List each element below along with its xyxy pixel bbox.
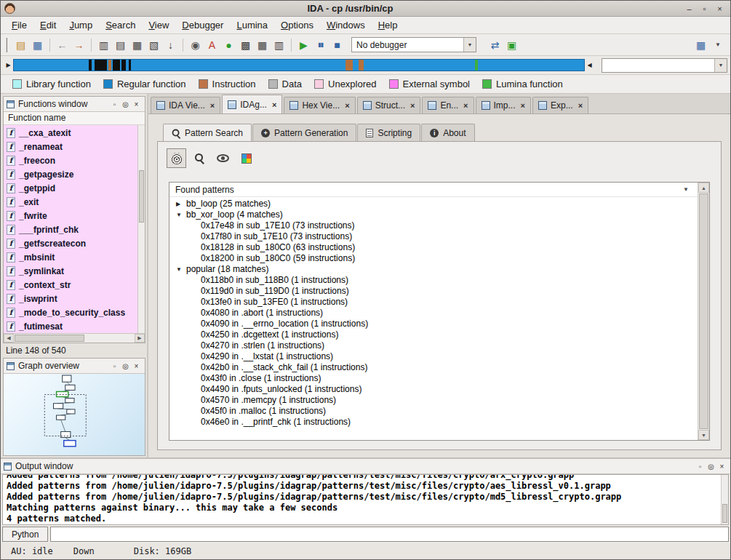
tab-ida-vie[interactable]: IDA Vie...×	[151, 97, 220, 113]
function-list-hscrollbar[interactable]: ◀ ▶	[4, 333, 145, 343]
desktop-layout-icon[interactable]: ▦	[692, 37, 709, 53]
collapse-arrow-icon[interactable]: ▼	[176, 264, 186, 275]
graph-overview-titlebar[interactable]: Graph overview ▫◎×	[4, 359, 145, 374]
scroll-left-icon[interactable]: ◀	[4, 334, 14, 343]
fingerprint-button[interactable]	[167, 148, 186, 168]
function-name-header[interactable]: Function name	[4, 112, 145, 125]
pattern-match-row[interactable]: 0x119d0 in sub_119D0 (1 instructions)	[169, 286, 697, 297]
subtab-about[interactable]: iAbout	[421, 124, 474, 141]
output-scrollbar[interactable]	[721, 475, 728, 524]
text-search-icon[interactable]: A	[204, 37, 220, 53]
function-row[interactable]: f_mode_to_security_class	[5, 305, 137, 319]
scrollbar-thumb[interactable]	[722, 504, 727, 523]
dock-button[interactable]: ▫	[109, 361, 120, 372]
hscroll-track[interactable]	[14, 334, 135, 343]
pattern-match-row[interactable]: 0x4270 in .strlen (1 instructions)	[169, 340, 697, 351]
function-row[interactable]: f_exit	[5, 195, 137, 209]
eye-button[interactable]	[213, 148, 233, 168]
graph-overview-canvas[interactable]	[4, 374, 145, 455]
snapshot-icon[interactable]: ◉	[187, 37, 204, 53]
scrollbar-thumb[interactable]	[699, 193, 708, 429]
start-process-icon[interactable]: ▶	[295, 37, 312, 53]
pattern-match-row[interactable]: 0x13fe0 in sub_13FE0 (1 instructions)	[169, 297, 697, 308]
output-window-titlebar[interactable]: Output window ▫◎×	[1, 459, 730, 474]
pattern-match-row[interactable]: 0x4570 in .memcpy (1 instructions)	[169, 395, 697, 406]
subtab-pattern-search[interactable]: Pattern Search	[163, 124, 252, 141]
function-row[interactable]: f_fwrite	[5, 209, 137, 223]
pattern-match-row[interactable]: 0x18128 in sub_180C0 (63 instructions)	[169, 242, 697, 253]
expand-arrow-icon[interactable]: ▶	[176, 199, 186, 209]
restore-button[interactable]: ◎	[120, 99, 131, 110]
minimize-button[interactable]: –	[682, 3, 696, 15]
navigate-back-icon[interactable]: ←	[54, 37, 71, 53]
pattern-match-row[interactable]: 0x43f0 in .close (1 instructions)	[169, 373, 697, 384]
menu-item-windows[interactable]: Windows	[320, 17, 372, 34]
pattern-match-row[interactable]: 0x17f80 in sub_17E10 (73 instructions)	[169, 231, 697, 242]
menu-item-debugger[interactable]: Debugger	[175, 17, 230, 34]
menu-item-edit[interactable]: Edit	[33, 17, 63, 34]
python-button[interactable]: Python	[2, 527, 48, 542]
pause-process-icon[interactable]: ▮▮	[312, 37, 329, 53]
debugger-select[interactable]: No debugger ▼	[351, 37, 476, 52]
calculator-icon[interactable]: ▩	[237, 37, 254, 53]
output-log[interactable]: Added patterns from /home/julien/idapro-…	[2, 474, 729, 525]
more-tools-icon[interactable]: ▼	[709, 37, 726, 53]
pattern-group-row[interactable]: ▼bb_xor_loop (4 matches)	[169, 209, 697, 220]
restore-button[interactable]: ◎	[706, 461, 716, 472]
scrollbar-thumb[interactable]	[15, 335, 84, 342]
menu-item-lumina[interactable]: Lumina	[230, 17, 274, 34]
stop-process-icon[interactable]: ■	[329, 37, 345, 53]
python-input[interactable]	[50, 527, 729, 542]
pattern-match-row[interactable]: 0x4080 in .abort (1 instructions)	[169, 308, 697, 319]
function-row[interactable]: f_freecon	[5, 153, 137, 167]
function-row[interactable]: f___fprintf_chk	[5, 223, 137, 236]
pattern-match-row[interactable]: 0x118b0 in sub_118B0 (1 instructions)	[169, 275, 697, 286]
scrollbar-thumb[interactable]	[139, 170, 144, 223]
pattern-match-row[interactable]: 0x17e48 in sub_17E10 (73 instructions)	[169, 220, 697, 231]
function-row[interactable]: f_renameat	[5, 140, 137, 153]
navband-left-arrow-icon[interactable]: ▶	[4, 60, 13, 71]
jump-xref-icon[interactable]: ▧	[145, 37, 162, 53]
tab-en[interactable]: En...×	[422, 97, 474, 113]
function-row[interactable]: f_symlinkat	[5, 264, 137, 278]
pattern-group-row[interactable]: ▼popular (18 matches)	[169, 264, 697, 275]
scroll-up-icon[interactable]: ▲	[698, 183, 709, 193]
function-row[interactable]: f_context_str	[5, 278, 137, 292]
menu-item-help[interactable]: Help	[372, 17, 404, 34]
tab-close-icon[interactable]: ×	[578, 101, 583, 110]
tab-exp[interactable]: Exp...×	[532, 97, 588, 113]
maximize-button[interactable]: ▫	[698, 3, 711, 15]
debugger-sync-icon[interactable]: ⇄	[487, 37, 503, 53]
pattern-match-row[interactable]: 0x42b0 in .__stack_chk_fail (1 instructi…	[169, 362, 697, 373]
search-button[interactable]	[190, 148, 209, 168]
function-row[interactable]: f_getfscreatecon	[5, 236, 137, 250]
tab-close-icon[interactable]: ×	[463, 101, 468, 110]
function-row[interactable]: f__cxa_atexit	[5, 126, 137, 140]
menu-item-file[interactable]: File	[5, 17, 33, 34]
menu-item-view[interactable]: View	[142, 17, 175, 34]
tree-scrollbar[interactable]: ▲ ▼	[698, 183, 709, 440]
function-row[interactable]: f_getppid	[5, 181, 137, 195]
function-row[interactable]: f_futimesat	[5, 319, 137, 333]
ida-app-icon[interactable]	[4, 3, 15, 14]
close-panel-button[interactable]: ×	[131, 361, 142, 372]
function-row[interactable]: f_mbsinit	[5, 250, 137, 264]
menu-item-jump[interactable]: Jump	[63, 17, 99, 34]
pattern-match-row[interactable]: 0x4250 in .dcgettext (1 instructions)	[169, 329, 697, 340]
toolbar-grip[interactable]	[6, 38, 9, 52]
save-file-icon[interactable]: ▦	[29, 37, 46, 53]
pattern-match-row[interactable]: 0x4490 in .fputs_unlocked (1 instruction…	[169, 384, 697, 395]
close-button[interactable]: ×	[713, 3, 727, 15]
tab-imp[interactable]: Imp...×	[476, 97, 531, 113]
jump-function-icon[interactable]: ▦	[129, 37, 145, 53]
menu-item-search[interactable]: Search	[99, 17, 142, 34]
dock-button[interactable]: ▫	[695, 461, 706, 472]
close-panel-button[interactable]: ×	[131, 99, 142, 110]
scroll-right-icon[interactable]: ▶	[135, 334, 145, 343]
jump-down-icon[interactable]: ↓	[162, 37, 179, 53]
lumina-push-icon[interactable]: ▣	[503, 37, 520, 53]
scroll-down-icon[interactable]: ▼	[698, 430, 709, 440]
subtab-pattern-generation[interactable]: +Pattern Generation	[252, 124, 356, 141]
run-script-icon[interactable]: ●	[220, 37, 237, 53]
navigation-band[interactable]	[13, 59, 585, 71]
